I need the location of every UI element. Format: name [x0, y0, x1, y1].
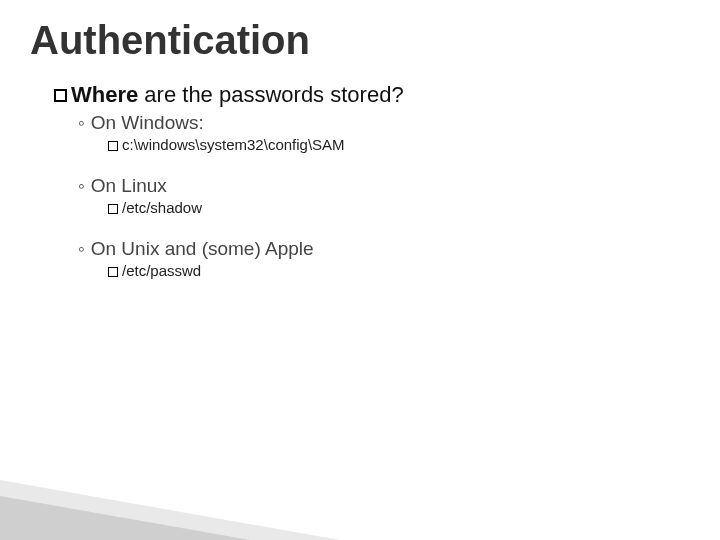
ring-bullet-icon: ◦ [78, 112, 85, 134]
path-linux: /etc/shadow [108, 199, 690, 216]
sub-bullet-windows: ◦On Windows: [78, 112, 690, 134]
question-lead: Where [71, 82, 138, 107]
path-text: /etc/shadow [122, 199, 202, 216]
decorative-wedge-dark [0, 496, 250, 540]
path-text: /etc/passwd [122, 262, 201, 279]
ring-bullet-icon: ◦ [78, 175, 85, 197]
sub-bullet-label: On Unix and (some) Apple [91, 238, 314, 259]
path-unix: /etc/passwd [108, 262, 690, 279]
bullet-question: Where are the passwords stored? [54, 81, 690, 108]
slide-title: Authentication [30, 18, 690, 63]
path-windows: c:\windows\system32\config\SAM [108, 136, 690, 153]
sub-bullet-label: On Linux [91, 175, 167, 196]
sub-bullet-label: On Windows: [91, 112, 204, 133]
sub-bullet-linux: ◦On Linux [78, 175, 690, 197]
sub-bullet-unix: ◦On Unix and (some) Apple [78, 238, 690, 260]
open-square-icon [108, 204, 118, 214]
slide: Authentication Where are the passwords s… [0, 0, 720, 540]
open-square-icon [108, 267, 118, 277]
open-square-icon [108, 141, 118, 151]
question-rest: are the passwords stored? [138, 82, 403, 107]
slide-body: Where are the passwords stored? ◦On Wind… [54, 81, 690, 279]
path-text: c:\windows\system32\config\SAM [122, 136, 345, 153]
ring-bullet-icon: ◦ [78, 238, 85, 260]
open-square-icon [54, 89, 67, 102]
